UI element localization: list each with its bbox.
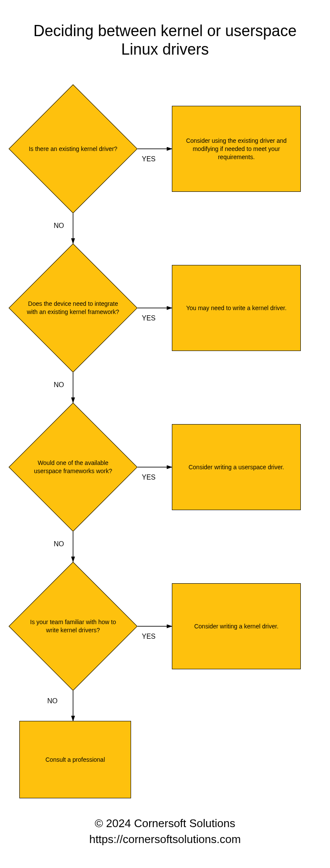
outcome-text: Consider using the existing driver and m…	[177, 137, 295, 161]
edge-label-yes: YES	[142, 633, 156, 640]
edge-label-no: NO	[54, 540, 64, 548]
decision-team-familiar: Is your team familiar with how to write …	[9, 562, 138, 691]
flowchart-container: Is there an existing kernel driver? YES …	[17, 84, 313, 790]
edge-label-no: NO	[54, 222, 64, 230]
outcome-consult-professional: Consult a professional	[19, 721, 131, 798]
decision-text: Is there an existing kernel driver?	[9, 84, 138, 213]
outcome-write-kernel: You may need to write a kernel driver.	[172, 265, 301, 351]
page-title: Deciding between kernel or userspace Lin…	[17, 22, 313, 58]
outcome-text: Consider writing a userspace driver.	[189, 463, 284, 471]
decision-text: Would one of the available userspace fra…	[9, 403, 138, 532]
edge-label-no: NO	[47, 697, 58, 705]
outcome-text: You may need to write a kernel driver.	[186, 304, 287, 312]
edge-label-no: NO	[54, 381, 64, 389]
copyright-text: © 2024 Cornersoft Solutions	[17, 816, 313, 831]
outcome-text: Consult a professional	[46, 756, 105, 764]
decision-kernel-framework: Does the device need to integrate with a…	[9, 243, 138, 372]
decision-text: Is your team familiar with how to write …	[9, 562, 138, 691]
decision-existing-driver: Is there an existing kernel driver?	[9, 84, 138, 213]
outcome-write-userspace: Consider writing a userspace driver.	[172, 424, 301, 510]
edge-label-yes: YES	[142, 155, 156, 163]
decision-text: Does the device need to integrate with a…	[9, 243, 138, 372]
outcome-use-existing: Consider using the existing driver and m…	[172, 106, 301, 192]
footer-url: https://cornersoftsolutions.com	[17, 831, 313, 847]
footer: © 2024 Cornersoft Solutions https://corn…	[17, 816, 313, 847]
edge-label-yes: YES	[142, 314, 156, 322]
outcome-text: Consider writing a kernel driver.	[194, 622, 278, 631]
outcome-write-kernel-2: Consider writing a kernel driver.	[172, 583, 301, 669]
decision-userspace-framework: Would one of the available userspace fra…	[9, 403, 138, 532]
edge-label-yes: YES	[142, 474, 156, 481]
